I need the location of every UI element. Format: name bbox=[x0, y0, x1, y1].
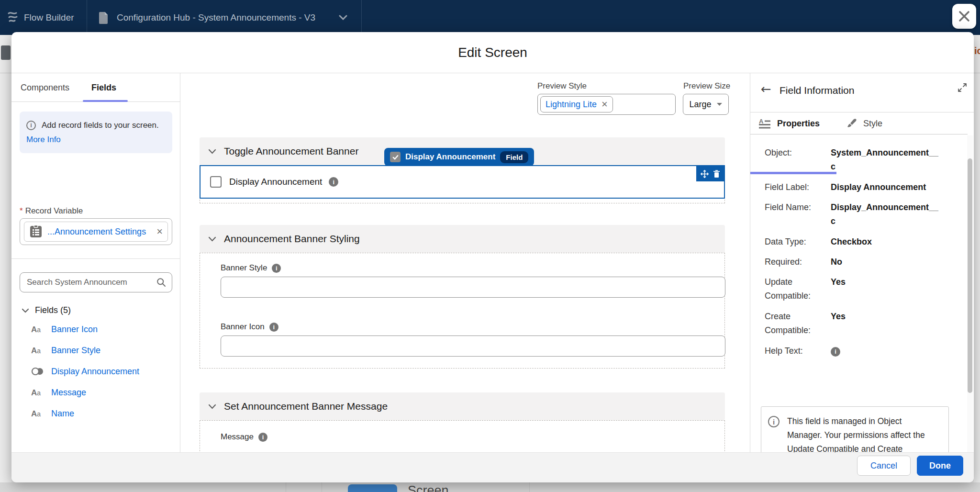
app-name: Flow Builder bbox=[24, 0, 74, 35]
record-variable-icon bbox=[29, 225, 43, 238]
info-icon[interactable]: i bbox=[272, 264, 281, 273]
property-row-field-label: Field Label:Display Announcement bbox=[765, 180, 962, 194]
property-row-create-compatible: Create Compatible:Yes bbox=[765, 310, 962, 337]
chevron-down-icon bbox=[208, 149, 216, 154]
text-field-icon: Aa bbox=[31, 324, 45, 335]
preview-style-pill: Lightning Lite × bbox=[540, 96, 613, 112]
cancel-button[interactable]: Cancel bbox=[857, 456, 911, 476]
field-information-panel: ← Field Information A bbox=[750, 73, 974, 452]
flow-title[interactable]: Configuration Hub - System Announcements… bbox=[117, 0, 315, 35]
help-text-info-icon[interactable]: i bbox=[831, 347, 840, 357]
close-modal-button[interactable] bbox=[952, 4, 976, 29]
section-announcement-banner-styling[interactable]: Announcement Banner Styling bbox=[200, 225, 725, 253]
move-icon[interactable] bbox=[701, 170, 709, 178]
search-input[interactable] bbox=[26, 277, 156, 288]
chevron-down-icon bbox=[208, 404, 216, 409]
flow-document-icon bbox=[99, 11, 109, 26]
topbar-divider bbox=[87, 0, 87, 35]
record-variable-combobox[interactable]: ...Announcement Settings × bbox=[20, 218, 172, 245]
field-list-item-banner-style[interactable]: Aa Banner Style bbox=[31, 343, 170, 358]
section-title: Toggle Announcement Banner bbox=[224, 145, 358, 157]
field-list-item-banner-icon[interactable]: Aa Banner Icon bbox=[31, 322, 170, 336]
preview-style-combobox[interactable]: Lightning Lite × bbox=[537, 94, 676, 115]
banner-icon-input[interactable] bbox=[221, 335, 725, 357]
flow-screen-node-icon bbox=[348, 484, 397, 492]
info-icon: i bbox=[768, 416, 780, 427]
flow-builder-header: Flow Builder Configuration Hub - System … bbox=[0, 0, 980, 35]
section-title: Announcement Banner Styling bbox=[224, 233, 360, 245]
backdrop-right-strip: ic bbox=[974, 35, 980, 482]
svg-text:A: A bbox=[759, 118, 764, 125]
badge-field-tag: Field bbox=[500, 151, 528, 163]
field-item-label: Banner Style bbox=[51, 346, 100, 356]
field-list-item-name[interactable]: Aa Name bbox=[31, 406, 170, 421]
display-announcement-component[interactable]: Display Announcement i bbox=[200, 165, 725, 199]
fields-group-header[interactable]: Fields (5) bbox=[22, 305, 71, 315]
info-icon[interactable]: i bbox=[269, 323, 278, 332]
panel-edge bbox=[286, 482, 286, 492]
fields-search-box[interactable] bbox=[20, 272, 172, 292]
preview-size-label: Preview Size bbox=[683, 81, 730, 91]
property-row-data-type: Data Type:Checkbox bbox=[765, 235, 962, 249]
topbar-divider bbox=[361, 0, 362, 35]
info-icon[interactable]: i bbox=[258, 433, 267, 442]
expand-panel-icon[interactable] bbox=[958, 83, 967, 94]
info-icon[interactable]: i bbox=[329, 177, 338, 187]
field-item-label: Banner Icon bbox=[51, 324, 98, 335]
property-row-help-text: Help Text: i bbox=[765, 344, 962, 358]
chevron-down-icon bbox=[22, 308, 29, 313]
tab-properties[interactable]: A Properties bbox=[759, 112, 820, 134]
boolean-field-icon bbox=[31, 367, 45, 376]
tab-components-label: Components bbox=[21, 83, 69, 93]
delete-trash-icon[interactable] bbox=[713, 170, 720, 178]
edit-screen-modal: Edit Screen Components Fields i Add reco… bbox=[11, 32, 974, 482]
back-arrow-icon[interactable]: ← bbox=[761, 82, 771, 96]
checked-checkbox-icon bbox=[390, 152, 401, 162]
right-panel-tabs: A Properties St bbox=[750, 112, 968, 134]
tab-fields-label: Fields bbox=[91, 83, 116, 93]
modal-footer: Cancel Done bbox=[11, 452, 974, 482]
info-icon: i bbox=[26, 121, 36, 130]
field-list-item-message[interactable]: Aa Message bbox=[31, 385, 170, 400]
scrollbar-thumb[interactable] bbox=[968, 158, 972, 393]
record-variable-label: *Record Variable bbox=[20, 206, 83, 216]
tab-style[interactable]: Style bbox=[846, 112, 882, 134]
section-set-announcement-banner-message[interactable]: Set Announcement Banner Message bbox=[200, 392, 725, 420]
preview-size-select[interactable]: Large bbox=[683, 94, 729, 115]
remove-record-variable-icon[interactable]: × bbox=[156, 226, 163, 237]
field-information-header: ← Field Information bbox=[750, 73, 974, 112]
section-body: Display Announcement i bbox=[200, 165, 725, 203]
flow-builder-screen: ic Screen Flow Builder Configuration Hub… bbox=[0, 0, 980, 492]
search-icon bbox=[156, 278, 166, 287]
component-actions bbox=[696, 166, 724, 181]
text-field-icon: Aa bbox=[31, 409, 45, 419]
tab-components[interactable]: Components bbox=[21, 73, 69, 102]
clipped-background-text: ic bbox=[974, 45, 980, 56]
right-panel-scrollbar[interactable] bbox=[967, 135, 973, 482]
banner-style-input[interactable] bbox=[221, 277, 725, 298]
fields-group-label: Fields (5) bbox=[35, 305, 71, 315]
badge-label: Display Announcement bbox=[405, 152, 495, 162]
chevron-down-icon bbox=[716, 102, 723, 106]
backdrop-left-strip bbox=[0, 35, 11, 482]
message-label: Message i bbox=[221, 432, 267, 442]
info-text: Add record fields to your screen. bbox=[42, 121, 159, 130]
tab-fields[interactable]: Fields bbox=[91, 73, 116, 102]
close-icon bbox=[958, 10, 971, 23]
done-button[interactable]: Done bbox=[917, 456, 963, 476]
add-fields-info-box: i Add record fields to your screen. More… bbox=[20, 112, 172, 153]
record-variable-pill: ...Announcement Settings × bbox=[24, 222, 168, 242]
more-info-link[interactable]: More Info bbox=[26, 135, 61, 144]
property-row-field-name: Field Name:Display_Announcement__c bbox=[765, 201, 962, 228]
record-variable-value: ...Announcement Settings bbox=[47, 227, 152, 237]
panel-edge bbox=[322, 482, 322, 492]
flow-title-chevron-down-icon[interactable] bbox=[339, 15, 347, 20]
display-announcement-checkbox[interactable] bbox=[210, 176, 222, 188]
field-item-label: Message bbox=[51, 388, 86, 398]
field-list-item-display-announcement[interactable]: Display Announcement bbox=[31, 364, 170, 379]
left-panel-tabs: Components Fields bbox=[11, 73, 180, 102]
preview-style-value: Lightning Lite bbox=[546, 100, 597, 110]
section-body bbox=[200, 420, 725, 454]
field-item-label: Display Announcement bbox=[51, 367, 139, 377]
remove-preview-style-icon[interactable]: × bbox=[601, 99, 608, 110]
